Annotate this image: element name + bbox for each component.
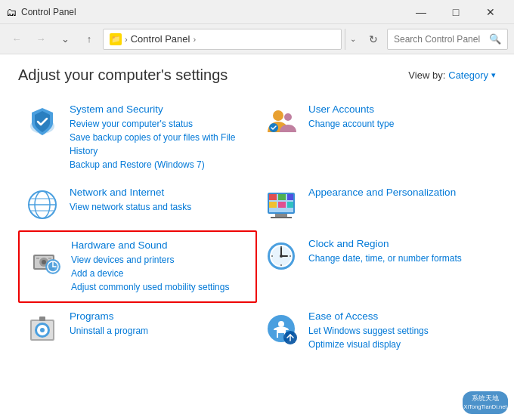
- address-path[interactable]: 📁 › Control Panel ›: [103, 29, 342, 50]
- category-programs: Programs Uninstall a program: [18, 303, 257, 359]
- watermark-text: 系统天地XiTongTianDi.net: [464, 394, 507, 411]
- svg-point-46: [278, 321, 284, 327]
- title-bar: 🗂 Control Panel — □ ✕: [0, 0, 514, 24]
- maximize-button[interactable]: □: [438, 0, 473, 24]
- uninstall-program-link[interactable]: Uninstall a program: [70, 324, 148, 338]
- svg-point-1: [273, 110, 283, 121]
- refresh-button[interactable]: ↻: [363, 29, 384, 50]
- folder-icon: 📁: [110, 33, 122, 45]
- ease-of-access-text: Ease of Access Let Windows suggest setti…: [308, 310, 429, 351]
- categories-grid: System and Security Review your computer…: [18, 96, 496, 359]
- back-button[interactable]: ←: [6, 29, 27, 50]
- svg-point-2: [284, 113, 292, 121]
- svg-rect-18: [271, 217, 292, 218]
- path-text: Control Panel: [131, 33, 190, 45]
- category-user-accounts: User Accounts Change account type: [257, 96, 496, 179]
- network-internet-text: Network and Internet View network status…: [70, 187, 191, 214]
- mobility-settings-link[interactable]: Adjust commonly used mobility settings: [71, 280, 229, 294]
- svg-rect-14: [269, 202, 277, 208]
- svg-rect-16: [287, 202, 293, 208]
- user-accounts-icon: [263, 103, 299, 140]
- clock-svg: [263, 238, 299, 274]
- path-separator: ›: [125, 35, 128, 44]
- window-title: Control Panel: [21, 7, 76, 17]
- path-separator-2: ›: [193, 35, 196, 44]
- title-bar-controls: — □ ✕: [404, 0, 508, 24]
- view-by-label: View by:: [408, 69, 445, 81]
- appearance-icon: [263, 187, 299, 223]
- shield-svg: [24, 103, 60, 140]
- backup-copies-link[interactable]: Save backup copies of your files with Fi…: [70, 131, 251, 158]
- search-icon[interactable]: 🔍: [489, 33, 501, 45]
- ease-svg: [263, 310, 299, 347]
- svg-rect-13: [287, 194, 293, 200]
- category-system-security: System and Security Review your computer…: [18, 96, 257, 179]
- svg-rect-44: [39, 317, 45, 321]
- network-svg: [24, 187, 60, 223]
- clock-region-text: Clock and Region Change date, time, or n…: [308, 238, 462, 265]
- svg-rect-17: [275, 214, 287, 217]
- programs-text: Programs Uninstall a program: [70, 310, 148, 338]
- windows-suggest-link[interactable]: Let Windows suggest settings: [308, 324, 429, 338]
- search-box[interactable]: 🔍: [387, 29, 508, 50]
- main-content: Adjust your computer's settings View by:…: [0, 54, 514, 420]
- dropdown-nav-button[interactable]: ⌄: [54, 29, 76, 50]
- appearance-heading[interactable]: Appearance and Personalization: [308, 187, 456, 198]
- ease-of-access-icon: [263, 310, 299, 347]
- svg-point-43: [40, 328, 45, 332]
- programs-svg: [24, 310, 60, 347]
- view-devices-link[interactable]: View devices and printers: [71, 253, 229, 267]
- change-account-type-link[interactable]: Change account type: [308, 117, 394, 131]
- svg-point-34: [280, 255, 283, 258]
- user-accounts-heading[interactable]: User Accounts: [308, 103, 394, 115]
- network-internet-heading[interactable]: Network and Internet: [70, 187, 191, 198]
- hardware-sound-icon: [26, 239, 62, 276]
- category-network-internet: Network and Internet View network status…: [18, 179, 257, 230]
- clock-region-icon: [263, 238, 299, 274]
- system-security-text: System and Security Review your computer…: [70, 103, 251, 171]
- category-clock-region: Clock and Region Change date, time, or n…: [257, 230, 496, 303]
- hardware-svg: [26, 239, 62, 276]
- search-input[interactable]: [394, 34, 486, 45]
- backup-restore-link[interactable]: Backup and Restore (Windows 7): [70, 158, 251, 171]
- svg-rect-12: [278, 194, 286, 200]
- view-by: View by: Category ▾: [408, 69, 496, 81]
- users-svg: [263, 103, 299, 140]
- user-accounts-text: User Accounts Change account type: [308, 103, 394, 131]
- svg-rect-15: [278, 202, 286, 208]
- category-appearance: Appearance and Personalization: [257, 179, 496, 230]
- appearance-text: Appearance and Personalization: [308, 187, 456, 200]
- svg-rect-24: [48, 258, 51, 259]
- svg-rect-23: [36, 258, 39, 259]
- system-security-heading[interactable]: System and Security: [70, 103, 251, 115]
- clock-region-heading[interactable]: Clock and Region: [308, 238, 462, 249]
- hardware-sound-heading[interactable]: Hardware and Sound: [71, 239, 229, 251]
- page-title: Adjust your computer's settings: [18, 66, 228, 84]
- svg-rect-11: [269, 194, 277, 200]
- minimize-button[interactable]: —: [404, 0, 438, 24]
- window-icon: 🗂: [6, 6, 17, 18]
- svg-point-22: [42, 260, 46, 264]
- programs-icon: [24, 310, 60, 347]
- view-network-status-link[interactable]: View network status and tasks: [70, 200, 191, 214]
- change-date-time-link[interactable]: Change date, time, or number formats: [308, 252, 462, 265]
- view-by-category[interactable]: Category: [448, 69, 488, 81]
- appearance-svg: [263, 187, 299, 223]
- category-hardware-sound: Hardware and Sound View devices and prin…: [18, 230, 257, 303]
- up-button[interactable]: ↑: [79, 29, 100, 50]
- programs-heading[interactable]: Programs: [70, 310, 148, 322]
- network-internet-icon: [24, 187, 60, 223]
- review-computer-link[interactable]: Review your computer's status: [70, 117, 251, 131]
- optimize-visual-link[interactable]: Optimize visual display: [308, 338, 429, 351]
- system-security-icon: [24, 103, 60, 140]
- title-bar-left: 🗂 Control Panel: [6, 6, 76, 18]
- close-button[interactable]: ✕: [473, 0, 508, 24]
- category-ease-of-access: Ease of Access Let Windows suggest setti…: [257, 303, 496, 359]
- watermark: 系统天地XiTongTianDi.net: [463, 391, 508, 414]
- address-dropdown-arrow[interactable]: ⌄: [345, 29, 360, 50]
- add-device-link[interactable]: Add a device: [71, 267, 229, 280]
- forward-button[interactable]: →: [30, 29, 51, 50]
- hardware-sound-text: Hardware and Sound View devices and prin…: [71, 239, 229, 294]
- view-by-arrow: ▾: [491, 70, 496, 80]
- ease-of-access-heading[interactable]: Ease of Access: [308, 310, 429, 322]
